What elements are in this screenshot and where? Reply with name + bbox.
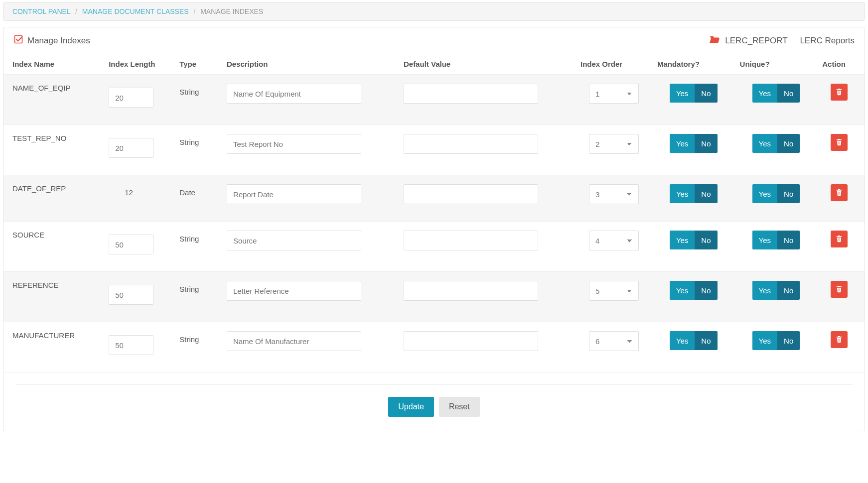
mandatory-no-option[interactable]: No bbox=[695, 134, 717, 153]
cell-action bbox=[817, 175, 865, 222]
unique-no-option[interactable]: No bbox=[777, 331, 800, 350]
cell-default-value bbox=[399, 222, 576, 272]
mandatory-toggle[interactable]: YesNo bbox=[670, 134, 718, 153]
index-length-input[interactable] bbox=[109, 235, 153, 254]
mandatory-toggle[interactable]: YesNo bbox=[670, 84, 718, 103]
cell-default-value bbox=[399, 175, 576, 222]
cell-action bbox=[817, 322, 865, 372]
unique-yes-option[interactable]: Yes bbox=[752, 134, 777, 153]
index-order-select[interactable]: 1 bbox=[589, 84, 639, 104]
cell-description bbox=[222, 222, 399, 272]
unique-toggle[interactable]: YesNo bbox=[752, 84, 800, 103]
description-input[interactable] bbox=[227, 231, 361, 250]
mandatory-no-option[interactable]: No bbox=[695, 231, 717, 249]
index-order-select[interactable]: 2 bbox=[589, 134, 639, 154]
index-order-select[interactable]: 6 bbox=[589, 331, 639, 351]
mandatory-yes-option[interactable]: Yes bbox=[670, 84, 695, 103]
index-length-input[interactable] bbox=[109, 88, 153, 108]
cell-index-order: 4 bbox=[576, 222, 652, 272]
unique-yes-option[interactable]: Yes bbox=[752, 281, 777, 300]
unique-no-option[interactable]: No bbox=[777, 231, 800, 249]
unique-no-option[interactable]: No bbox=[777, 134, 800, 153]
default-value-input[interactable] bbox=[404, 231, 538, 250]
mandatory-yes-option[interactable]: Yes bbox=[670, 331, 695, 350]
cell-index-order: 6 bbox=[576, 322, 652, 372]
cell-mandatory: YesNo bbox=[652, 75, 735, 125]
default-value-input[interactable] bbox=[404, 331, 538, 351]
cell-index-name: DATE_OF_REP bbox=[3, 175, 104, 222]
description-input[interactable] bbox=[227, 331, 361, 351]
unique-toggle[interactable]: YesNo bbox=[752, 184, 800, 203]
mandatory-no-option[interactable]: No bbox=[695, 281, 717, 300]
cell-index-order: 1 bbox=[576, 75, 652, 125]
index-order-select[interactable]: 4 bbox=[589, 231, 639, 250]
mandatory-no-option[interactable]: No bbox=[695, 331, 717, 350]
unique-yes-option[interactable]: Yes bbox=[752, 231, 777, 249]
default-value-input[interactable] bbox=[404, 281, 538, 301]
breadcrumb-link-manage-document-classes[interactable]: MANAGE DOCUMENT CLASSES bbox=[82, 7, 189, 15]
mandatory-toggle[interactable]: YesNo bbox=[670, 331, 718, 350]
unique-toggle[interactable]: YesNo bbox=[752, 231, 800, 249]
unique-yes-option[interactable]: Yes bbox=[752, 184, 777, 203]
mandatory-yes-option[interactable]: Yes bbox=[670, 134, 695, 153]
th-description: Description bbox=[222, 54, 399, 75]
document-class-label: LERC Reports bbox=[800, 36, 855, 46]
unique-yes-option[interactable]: Yes bbox=[752, 84, 777, 103]
th-index-length: Index Length bbox=[104, 54, 174, 75]
delete-button[interactable] bbox=[831, 231, 848, 247]
mandatory-no-option[interactable]: No bbox=[695, 184, 717, 203]
cell-mandatory: YesNo bbox=[652, 322, 735, 372]
unique-toggle[interactable]: YesNo bbox=[752, 134, 800, 153]
description-input[interactable] bbox=[227, 281, 361, 301]
th-mandatory: Mandatory? bbox=[652, 54, 735, 75]
cell-mandatory: YesNo bbox=[652, 125, 735, 175]
th-unique: Unique? bbox=[735, 54, 818, 75]
panel-title: Manage Indexes bbox=[27, 36, 90, 46]
description-input[interactable] bbox=[227, 84, 361, 104]
delete-button[interactable] bbox=[831, 84, 848, 101]
mandatory-no-option[interactable]: No bbox=[695, 84, 717, 103]
default-value-input[interactable] bbox=[404, 84, 538, 104]
unique-no-option[interactable]: No bbox=[777, 184, 800, 203]
delete-button[interactable] bbox=[831, 134, 848, 151]
cell-default-value bbox=[399, 272, 576, 322]
cell-type: String bbox=[174, 322, 222, 372]
mandatory-yes-option[interactable]: Yes bbox=[670, 184, 695, 203]
index-order-select[interactable]: 5 bbox=[589, 281, 639, 301]
cell-unique: YesNo bbox=[735, 222, 818, 272]
cell-description bbox=[222, 125, 399, 175]
cell-index-name: NAME_OF_EQIP bbox=[3, 75, 104, 125]
form-footer: Update Reset bbox=[15, 384, 853, 431]
default-value-input[interactable] bbox=[404, 134, 538, 154]
update-button[interactable]: Update bbox=[388, 397, 434, 417]
cell-description bbox=[222, 75, 399, 125]
cell-index-name: SOURCE bbox=[3, 222, 104, 272]
mandatory-toggle[interactable]: YesNo bbox=[670, 231, 718, 249]
reset-button[interactable]: Reset bbox=[439, 397, 480, 417]
unique-yes-option[interactable]: Yes bbox=[752, 331, 777, 350]
mandatory-toggle[interactable]: YesNo bbox=[670, 184, 718, 203]
unique-no-option[interactable]: No bbox=[777, 84, 800, 103]
index-order-select[interactable]: 3 bbox=[589, 184, 639, 204]
breadcrumb: CONTROL PANEL / MANAGE DOCUMENT CLASSES … bbox=[3, 2, 865, 21]
cell-index-name: TEST_REP_NO bbox=[3, 125, 104, 175]
cell-default-value bbox=[399, 322, 576, 372]
unique-toggle[interactable]: YesNo bbox=[752, 281, 800, 300]
index-length-input[interactable] bbox=[109, 285, 153, 305]
unique-toggle[interactable]: YesNo bbox=[752, 331, 800, 350]
table-row: SOURCEString4YesNoYesNo bbox=[3, 222, 865, 272]
delete-button[interactable] bbox=[831, 331, 848, 348]
delete-button[interactable] bbox=[831, 184, 848, 201]
default-value-input[interactable] bbox=[404, 184, 538, 204]
delete-button[interactable] bbox=[831, 281, 848, 298]
cell-unique: YesNo bbox=[735, 175, 818, 222]
breadcrumb-link-control-panel[interactable]: CONTROL PANEL bbox=[12, 7, 70, 15]
unique-no-option[interactable]: No bbox=[777, 281, 800, 300]
description-input[interactable] bbox=[227, 184, 361, 204]
index-length-input[interactable] bbox=[109, 138, 153, 158]
description-input[interactable] bbox=[227, 134, 361, 154]
mandatory-toggle[interactable]: YesNo bbox=[670, 281, 718, 300]
mandatory-yes-option[interactable]: Yes bbox=[670, 281, 695, 300]
index-length-input[interactable] bbox=[109, 335, 153, 355]
mandatory-yes-option[interactable]: Yes bbox=[670, 231, 695, 249]
